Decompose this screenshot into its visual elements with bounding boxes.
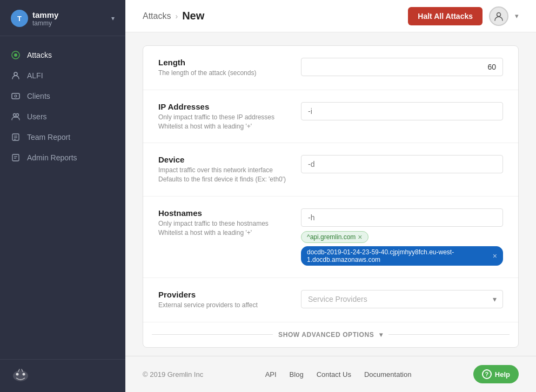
- content-area: Length The length of the attack (seconds…: [125, 32, 536, 356]
- tag-docdb[interactable]: docdb-2019-01-24-23-59-40.cjpjmhyy8fch.e…: [301, 246, 503, 266]
- device-row: Device Impact traffic over this network …: [143, 143, 518, 197]
- providers-select[interactable]: Service Providers: [301, 290, 503, 308]
- hostnames-tags: ^api.gremlin.com × docdb-2019-01-24-23-5…: [301, 231, 503, 266]
- svg-point-17: [497, 12, 501, 16]
- length-label: Length: [158, 58, 288, 67]
- sidebar-item-attacks[interactable]: Attacks: [0, 45, 125, 65]
- device-desc2: Defaults to the first device it finds (E…: [158, 175, 288, 184]
- providers-desc: External service providers to affect: [158, 301, 288, 310]
- advanced-chevron-icon: ▾: [379, 331, 383, 339]
- hostnames-desc2: Whitelist a host with a leading '+': [158, 228, 288, 238]
- topbar: Attacks › New Halt All Attacks ▾: [125, 0, 536, 32]
- main-content: Attacks › New Halt All Attacks ▾ Length …: [125, 0, 536, 392]
- sidebar-nav: Attacks ALFI Clients: [0, 36, 125, 359]
- breadcrumb-separator: ›: [175, 12, 178, 21]
- sidebar-item-admin-reports[interactable]: Admin Reports: [0, 147, 125, 168]
- admin-reports-icon: [11, 153, 21, 163]
- footer-link-api[interactable]: API: [265, 370, 277, 379]
- providers-row: Providers External service providers to …: [143, 278, 518, 322]
- alfi-icon: [11, 71, 21, 80]
- footer-copyright: © 2019 Gremlin Inc: [143, 370, 203, 379]
- svg-rect-3: [12, 93, 19, 99]
- device-input[interactable]: [301, 155, 503, 173]
- length-input[interactable]: [301, 58, 503, 76]
- advanced-options-label: SHOW ADVANCED OPTIONS: [278, 331, 374, 339]
- sidebar-item-clients[interactable]: Clients: [0, 86, 125, 106]
- hostnames-row: Hostnames Only impact traffic to these h…: [143, 197, 518, 278]
- gremlin-logo: [11, 368, 30, 383]
- sidebar-item-clients-label: Clients: [27, 92, 50, 100]
- users-icon: [11, 112, 21, 121]
- avatar: T: [11, 10, 28, 27]
- attacks-icon: [11, 50, 21, 60]
- footer: © 2019 Gremlin Inc API Blog Contact Us D…: [125, 356, 536, 392]
- svg-point-5: [14, 114, 16, 117]
- tag-docdb-label: docdb-2019-01-24-23-59-40.cjpjmhyy8fch.e…: [307, 248, 491, 263]
- sidebar-item-users[interactable]: Users: [0, 106, 125, 127]
- chevron-down-icon: ▾: [111, 15, 115, 22]
- svg-point-1: [14, 53, 17, 57]
- device-desc: Impact traffic over this network interfa…: [158, 166, 288, 175]
- breadcrumb-attacks-link[interactable]: Attacks: [143, 11, 171, 21]
- device-label: Device: [158, 155, 288, 164]
- sidebar-item-team-report[interactable]: Team Report: [0, 127, 125, 147]
- help-button[interactable]: ? Help: [473, 365, 519, 383]
- footer-link-contact[interactable]: Contact Us: [317, 370, 351, 379]
- providers-label: Providers: [158, 290, 288, 299]
- ip-addresses-row: IP Addresses Only impact traffic to thes…: [143, 90, 518, 144]
- svg-point-15: [16, 373, 19, 376]
- length-row: Length The length of the attack (seconds…: [143, 46, 518, 90]
- sidebar-item-admin-reports-label: Admin Reports: [27, 153, 77, 162]
- tag-api-close-icon[interactable]: ×: [358, 233, 362, 241]
- tag-api-gremlin[interactable]: ^api.gremlin.com ×: [301, 231, 368, 243]
- footer-link-blog[interactable]: Blog: [290, 370, 304, 379]
- page-title: New: [182, 10, 204, 22]
- divider-left: [152, 334, 273, 335]
- sidebar-footer: [0, 359, 125, 392]
- sidebar-item-alfi[interactable]: ALFI: [0, 65, 125, 86]
- svg-point-16: [23, 373, 25, 376]
- sidebar-item-users-label: Users: [27, 112, 47, 121]
- advanced-options-toggle[interactable]: SHOW ADVANCED OPTIONS ▾: [143, 322, 518, 347]
- user-dropdown-chevron[interactable]: ▾: [515, 12, 519, 20]
- sidebar-username: tammy: [32, 10, 58, 19]
- sidebar-item-attacks-label: Attacks: [27, 51, 52, 59]
- sidebar-subname: tammy: [32, 19, 58, 27]
- help-label: Help: [495, 370, 510, 379]
- halt-all-attacks-button[interactable]: Halt All Attacks: [408, 7, 483, 25]
- footer-link-docs[interactable]: Documentation: [364, 370, 411, 379]
- hostnames-desc: Only impact traffic to these hostnames: [158, 219, 288, 228]
- breadcrumb: Attacks › New: [143, 10, 204, 22]
- ip-desc: Only impact traffic to these IP addresse…: [158, 113, 288, 122]
- svg-point-4: [15, 95, 17, 97]
- clients-icon: [11, 91, 21, 101]
- ip-input[interactable]: [301, 102, 503, 120]
- team-report-icon: [11, 132, 21, 142]
- hostnames-label: Hostnames: [158, 208, 288, 218]
- sidebar-item-team-report-label: Team Report: [27, 133, 70, 141]
- tag-docdb-close-icon[interactable]: ×: [493, 252, 497, 260]
- attack-form-card: Length The length of the attack (seconds…: [143, 45, 519, 348]
- sidebar-item-alfi-label: ALFI: [27, 71, 43, 80]
- sidebar: T tammy tammy ▾ Attacks: [0, 0, 125, 392]
- svg-rect-11: [12, 154, 19, 161]
- ip-label: IP Addresses: [158, 102, 288, 111]
- footer-links: API Blog Contact Us Documentation: [265, 370, 412, 379]
- help-icon: ?: [482, 369, 492, 379]
- svg-point-6: [16, 114, 19, 117]
- user-icon-button[interactable]: [489, 6, 508, 26]
- tag-api-label: ^api.gremlin.com: [307, 233, 356, 241]
- ip-desc2: Whitelist a host with a leading '+': [158, 122, 288, 131]
- svg-point-2: [14, 72, 17, 76]
- length-desc: The length of the attack (seconds): [158, 69, 288, 78]
- hostnames-input[interactable]: [301, 208, 503, 227]
- divider-right: [388, 334, 510, 335]
- user-menu[interactable]: T tammy tammy ▾: [0, 0, 125, 36]
